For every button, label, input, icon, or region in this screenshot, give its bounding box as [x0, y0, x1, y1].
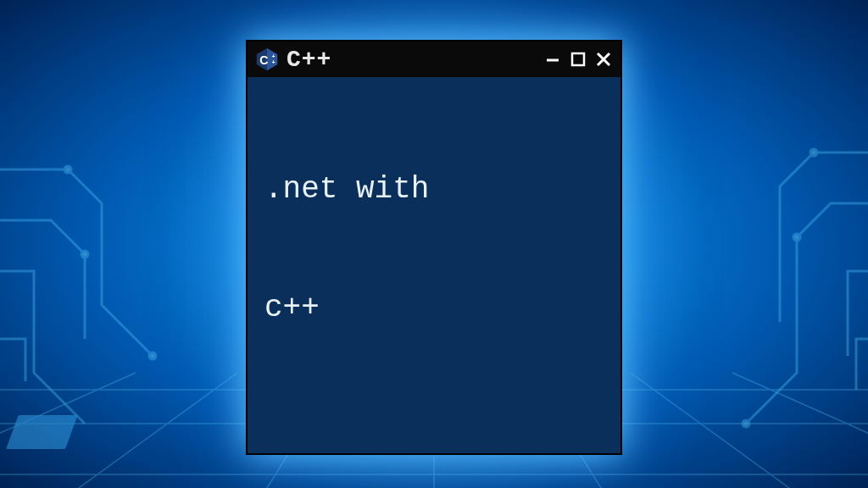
cpp-icon: C + + — [254, 47, 280, 72]
svg-rect-35 — [572, 53, 584, 65]
window-title: C++ — [287, 47, 536, 73]
svg-point-9 — [64, 166, 71, 173]
svg-point-10 — [81, 251, 88, 258]
app-window: C + + C++ .net with c++ — [246, 40, 622, 455]
svg-point-12 — [810, 149, 817, 156]
svg-text:+: + — [272, 59, 275, 65]
content-line-1: .net with — [264, 170, 604, 210]
window-content: .net with c++ — [248, 77, 620, 421]
svg-rect-25 — [6, 415, 78, 449]
minimize-button[interactable] — [542, 49, 563, 69]
close-button[interactable] — [593, 49, 614, 69]
svg-point-13 — [793, 234, 800, 241]
svg-text:C: C — [259, 53, 268, 67]
maximize-button[interactable] — [568, 49, 588, 69]
window-controls — [542, 49, 614, 69]
title-bar[interactable]: C + + C++ — [248, 42, 620, 77]
content-line-2: c++ — [264, 289, 604, 329]
svg-point-11 — [149, 352, 156, 359]
